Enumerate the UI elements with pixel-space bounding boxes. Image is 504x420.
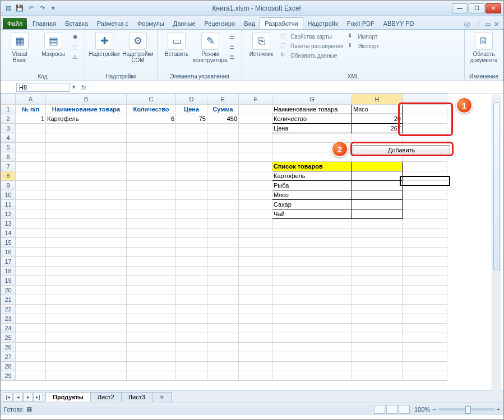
cell[interactable]: Картофель: [272, 171, 352, 181]
zoom-out-button[interactable]: −: [432, 406, 436, 413]
select-all-button[interactable]: [1, 94, 16, 105]
tab-layout[interactable]: Разметка с: [93, 18, 133, 29]
cell[interactable]: Наименование товара: [46, 105, 127, 114]
expansion-packs-button[interactable]: ⬚Пакеты расширения: [279, 41, 344, 50]
row-header[interactable]: 11: [1, 200, 16, 209]
window-close-icon[interactable]: ✕: [494, 21, 499, 29]
row-header[interactable]: 7: [1, 162, 16, 171]
zoom-slider[interactable]: [438, 408, 494, 410]
run-dialog-button[interactable]: ☰: [228, 53, 238, 62]
row-header[interactable]: 5: [1, 143, 16, 152]
map-properties-button[interactable]: ⬚Свойства карты: [279, 32, 344, 41]
tab-addins[interactable]: Надстройк: [303, 18, 343, 29]
col-header-A[interactable]: A: [16, 94, 46, 105]
refresh-data-button[interactable]: ↻Обновить данные: [279, 51, 344, 60]
row-header[interactable]: 1: [1, 105, 16, 114]
row-header[interactable]: 9: [1, 181, 16, 190]
cell[interactable]: Картофель: [46, 114, 127, 124]
ribbon-minimize-icon[interactable]: ⓥ: [464, 21, 470, 29]
design-mode-button[interactable]: ✎Режим конструктора: [195, 31, 226, 64]
sheet-tab[interactable]: Продукты: [45, 392, 91, 402]
name-box[interactable]: H8: [16, 83, 70, 92]
tab-insert[interactable]: Вставка: [61, 18, 93, 29]
properties-button[interactable]: ☰: [228, 33, 238, 42]
zoom-level[interactable]: 100%: [414, 406, 430, 413]
tab-developer[interactable]: Разработчи: [260, 17, 303, 29]
cell[interactable]: Рыба: [272, 181, 352, 190]
tab-home[interactable]: Главная: [28, 18, 61, 29]
undo-icon[interactable]: ↶: [26, 4, 35, 13]
row-header[interactable]: 4: [1, 133, 16, 143]
cell[interactable]: Цена: [176, 105, 207, 114]
tab-view[interactable]: Вид: [239, 18, 260, 29]
cell[interactable]: Сумма: [207, 105, 239, 114]
row-header[interactable]: 6: [1, 152, 16, 162]
cell[interactable]: Мясо: [272, 190, 352, 200]
cell[interactable]: 450: [207, 114, 239, 124]
col-header-C[interactable]: C: [127, 94, 176, 105]
add-button[interactable]: Добавить: [353, 145, 450, 155]
view-layout-button[interactable]: [386, 405, 397, 414]
sheet-nav-first[interactable]: |◂: [3, 393, 13, 402]
tab-review[interactable]: Рецензиро: [200, 18, 240, 29]
import-button[interactable]: ⬇Импорт: [346, 32, 380, 41]
com-addins-button[interactable]: ⚙Надстройки COM: [122, 31, 154, 64]
cell[interactable]: № п/п: [16, 105, 46, 114]
macros-button[interactable]: ▤Макросы: [38, 31, 69, 58]
cell[interactable]: Количество: [127, 105, 176, 114]
cell[interactable]: 75: [176, 114, 207, 124]
sheet-nav-next[interactable]: ▸: [23, 393, 33, 402]
redo-icon[interactable]: ↷: [38, 4, 47, 13]
window-restore-icon[interactable]: ▭: [485, 21, 491, 29]
active-cell[interactable]: [352, 171, 403, 181]
sheet-nav-prev[interactable]: ◂: [13, 393, 23, 402]
row-header[interactable]: 10: [1, 190, 16, 200]
visual-basic-button[interactable]: ▦Visual Basic: [4, 31, 35, 64]
row-header[interactable]: 12: [1, 209, 16, 219]
namebox-dropdown-icon[interactable]: ▾: [70, 83, 78, 91]
cell[interactable]: 267: [352, 124, 403, 133]
cell[interactable]: 1: [16, 114, 46, 124]
maximize-button[interactable]: ☐: [469, 3, 484, 13]
addins-button[interactable]: ✚Надстройки: [89, 31, 120, 58]
tab-file[interactable]: Файл: [3, 18, 27, 29]
cell[interactable]: Список товаров: [272, 162, 352, 171]
col-header-E[interactable]: E: [207, 94, 239, 105]
new-sheet-button[interactable]: ✧: [152, 392, 172, 402]
record-macro-button[interactable]: ⏺: [71, 33, 81, 42]
cell[interactable]: Наименование товара: [272, 105, 352, 114]
relative-ref-button[interactable]: ⬚: [71, 43, 81, 52]
row-header[interactable]: 8: [1, 171, 16, 181]
insert-control-button[interactable]: ▭Вставить: [161, 31, 192, 58]
sheet-tab[interactable]: Лист3: [121, 392, 152, 402]
tab-foxit[interactable]: Foxit PDF: [343, 18, 379, 29]
row-header[interactable]: 3: [1, 124, 16, 133]
export-button[interactable]: ⬆Экспорт: [346, 41, 380, 50]
worksheet-grid[interactable]: A B C D E F G H 1 № п/п Наименование тов…: [1, 94, 503, 390]
cell[interactable]: 6: [127, 114, 176, 124]
close-button[interactable]: ✕: [485, 3, 501, 13]
view-code-button[interactable]: ☰: [228, 43, 238, 52]
source-button[interactable]: ⎘Источник: [246, 31, 277, 58]
cell[interactable]: 20: [352, 114, 403, 124]
tab-formulas[interactable]: Формулы: [133, 18, 169, 29]
row-header[interactable]: 2: [1, 114, 16, 124]
minimize-button[interactable]: —: [452, 3, 468, 13]
cell[interactable]: Количество: [272, 114, 352, 124]
formula-input[interactable]: [90, 86, 503, 88]
cell[interactable]: Цена: [272, 124, 352, 133]
sheet-nav-last[interactable]: ▸|: [33, 393, 43, 402]
vertical-scrollbar[interactable]: [492, 95, 501, 394]
tab-abbyy[interactable]: ABBYY PD: [379, 18, 419, 29]
save-icon[interactable]: 💾: [15, 4, 24, 13]
col-header-H[interactable]: H: [352, 94, 403, 105]
view-normal-button[interactable]: [374, 405, 385, 414]
cell[interactable]: Сахар: [272, 200, 352, 209]
col-header-F[interactable]: F: [239, 94, 272, 105]
document-panel-button[interactable]: 🗎Область документа: [468, 31, 500, 64]
fx-icon[interactable]: fx: [78, 84, 90, 91]
view-break-button[interactable]: [399, 405, 410, 414]
col-header-B[interactable]: B: [46, 94, 127, 105]
qat-more-icon[interactable]: ▾: [49, 4, 58, 13]
help-icon[interactable]: ❔: [474, 21, 482, 29]
